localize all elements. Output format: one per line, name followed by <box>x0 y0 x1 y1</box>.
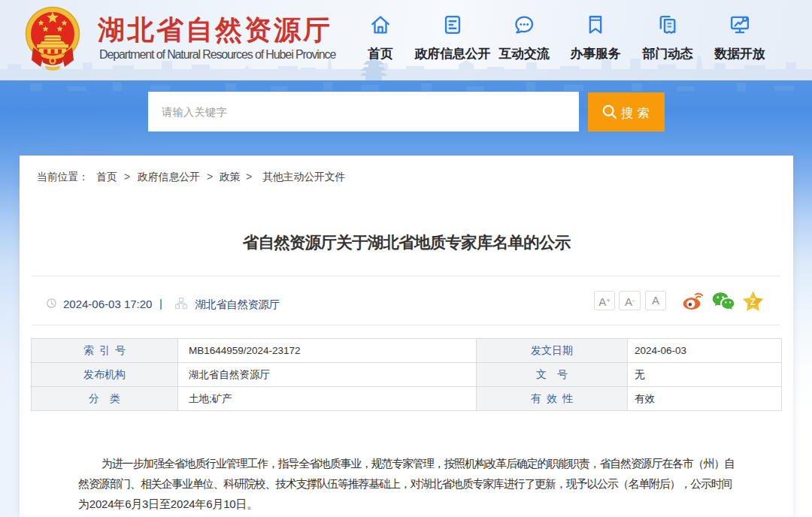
svg-text:Z: Z <box>750 297 756 307</box>
